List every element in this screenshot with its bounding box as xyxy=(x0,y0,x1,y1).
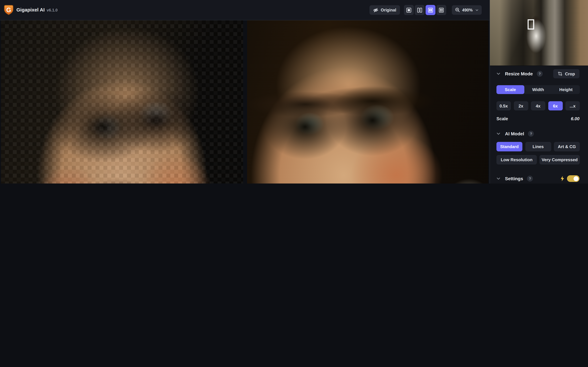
model-art-cg-button[interactable]: Art & CG xyxy=(554,142,580,151)
scale-0.5x-button[interactable]: 0.5x xyxy=(496,101,511,110)
tab-scale[interactable]: Scale xyxy=(496,85,524,94)
model-low-resolution-button[interactable]: Low Resolution xyxy=(496,155,537,165)
app-title: Gigapixel AIv6.1.0 xyxy=(17,7,58,12)
show-original-label: Original xyxy=(381,8,396,12)
pixelation-overlay xyxy=(1,20,243,184)
enhanced-image-pane[interactable]: Standard Updated xyxy=(247,20,488,184)
single-view-icon xyxy=(406,7,411,13)
chevron-down-icon xyxy=(496,72,500,75)
view-grid-button[interactable] xyxy=(436,5,446,15)
eye-off-icon xyxy=(373,7,379,13)
lightning-bolt-icon xyxy=(561,176,564,181)
tab-height[interactable]: Height xyxy=(552,85,580,94)
crop-icon xyxy=(558,71,562,76)
chevron-down-icon xyxy=(476,9,479,11)
view-single-button[interactable] xyxy=(404,5,414,15)
app-name: Gigapixel AI xyxy=(17,7,45,12)
help-icon[interactable]: ? xyxy=(537,71,543,77)
resize-tabs: Scale Width Height xyxy=(496,85,580,94)
enhanced-image xyxy=(247,20,488,184)
zoom-region-indicator[interactable] xyxy=(528,19,534,30)
settings-header[interactable]: Settings ? xyxy=(496,174,579,183)
gigapixel-logo-icon: G xyxy=(3,4,14,16)
scale-custom-button[interactable]: ...x xyxy=(565,101,580,110)
zoom-level-dropdown[interactable]: 490% xyxy=(452,5,482,15)
resize-mode-title: Resize Mode xyxy=(505,71,533,76)
app-version: v6.1.0 xyxy=(47,8,58,12)
view-mode-group xyxy=(404,5,446,15)
settings-title: Settings xyxy=(505,176,523,181)
scale-value-row: Scale 6.00 xyxy=(496,115,579,122)
model-standard-button[interactable]: Standard xyxy=(496,142,522,151)
model-very-compressed-button[interactable]: Very Compressed xyxy=(539,155,580,165)
model-row-1: Standard Lines Art & CG xyxy=(496,142,580,151)
scale-6x-button[interactable]: 6x xyxy=(548,101,562,110)
zoom-level-value: 490% xyxy=(462,8,473,12)
help-icon[interactable]: ? xyxy=(527,176,533,182)
auto-settings-toggle[interactable] xyxy=(567,175,579,182)
scale-preset-group: 0.5x 2x 4x 6x ...x xyxy=(496,101,580,110)
crop-button-label: Crop xyxy=(565,71,575,76)
show-original-button[interactable]: Original xyxy=(370,5,400,15)
chevron-down-icon xyxy=(496,132,500,135)
resize-mode-header[interactable]: Resize Mode ? Crop xyxy=(496,69,579,78)
chevron-down-icon xyxy=(496,177,500,180)
top-bar: G Gigapixel AIv6.1.0 Original xyxy=(0,0,490,20)
tab-width[interactable]: Width xyxy=(524,85,552,94)
view-side-by-side-button[interactable] xyxy=(426,5,435,15)
ai-model-header[interactable]: AI Model ? xyxy=(496,129,579,138)
original-image-pane[interactable]: Original xyxy=(1,20,243,184)
ai-model-title: AI Model xyxy=(505,131,524,136)
model-row-2: Low Resolution Very Compressed xyxy=(496,155,580,165)
navigator-thumbnail[interactable] xyxy=(490,0,588,66)
app-window: G Gigapixel AIv6.1.0 Original xyxy=(0,0,588,184)
crop-button[interactable]: Crop xyxy=(553,69,579,78)
scale-value-label: Scale xyxy=(496,116,508,121)
side-by-side-view-icon xyxy=(428,7,433,13)
model-lines-button[interactable]: Lines xyxy=(525,142,551,151)
help-icon[interactable]: ? xyxy=(528,131,534,137)
grid-view-icon xyxy=(439,7,444,13)
scale-2x-button[interactable]: 2x xyxy=(514,101,528,110)
svg-text:G: G xyxy=(6,7,11,13)
split-view-icon xyxy=(417,7,422,13)
scale-4x-button[interactable]: 4x xyxy=(531,101,545,110)
zoom-in-icon xyxy=(455,8,460,12)
settings-sidebar: Resize Mode ? Crop Scale Width Height 0.… xyxy=(490,0,588,184)
view-split-button[interactable] xyxy=(415,5,424,15)
scale-value: 6.00 xyxy=(571,116,579,121)
